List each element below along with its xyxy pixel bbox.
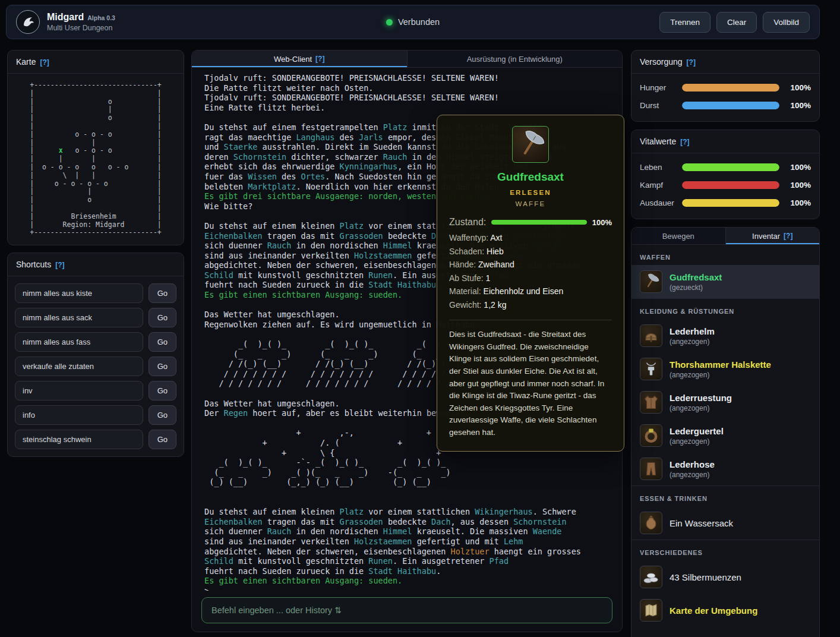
terminal-line: Es gibt einen sichtbaren Ausgang: sueden… [204,576,610,586]
stat-value: 100% [786,83,811,92]
map-panel: Karte [?] +-----------------------------… [7,50,184,245]
client-help-badge[interactable]: [?] [315,55,324,63]
tooltip-stat-label: Waffentyp: [449,233,490,242]
tooltip-rarity: ERLESEN [449,189,612,196]
shortcut-go-button[interactable]: Go [149,283,176,303]
stat-value: 100% [786,198,811,207]
inventory-section-header: WAFFEN [631,245,819,265]
inventory-item-sub: (angezogen) [670,371,771,379]
inventory-section-header: ESSEN & TRINKEN [631,486,819,506]
tooltip-stat-value: 1,2 kg [484,300,506,310]
map-line: | Briesenheim | [30,213,162,221]
inventory-item-text: Lederruestung(angezogen) [670,393,732,412]
versorgung-rows: Hunger100%Durst100% [631,74,819,121]
inventory-item-name: 43 Silbermuenzen [670,572,741,582]
map-line: | x o - o - o | [30,147,162,155]
vitalwerte-title: Vitalwerte [640,137,676,146]
tab-ausruestung[interactable]: Ausrüstung (in Entwicklung) [408,51,623,67]
inventory-item-name: Thorshammer Halskette [670,360,771,370]
shortcut-go-button[interactable]: Go [149,430,176,449]
stat-row: Durst100% [640,96,811,114]
inventory-item[interactable]: Karte der Umgebung [631,594,819,627]
inventory-item[interactable]: Ein Wassersack [631,506,819,540]
raven-logo-icon [16,10,40,34]
tooltip-stat: Gewicht: 1,2 kg [449,298,612,312]
map-line: | | | [30,188,162,196]
inventory-item-name: Lederruestung [670,393,732,403]
stat-label: Ausdauer [640,198,675,207]
stat-row: Ausdauer100% [640,194,811,212]
shortcut-command-input[interactable]: info [15,405,143,425]
connection-status: Verbunden [386,17,440,27]
inventory-item-name: Karte der Umgebung [670,606,757,616]
terminal-line: Du stehst auf einem kleinen Platz vor ei… [204,507,610,517]
shortcuts-panel: Shortcuts [?] nimm alles aus kisteGonimm… [7,253,184,457]
inventory-item[interactable]: Lederhelm(angezogen) [631,319,819,352]
shortcut-row: steinschlag schweinGo [15,430,176,449]
app-subtitle: Multi User Dungeon [47,24,115,32]
shortcut-command-input[interactable]: verkaufe alle zutaten [15,357,143,376]
left-column: Karte [?] +-----------------------------… [7,50,184,457]
inventory-item-text: 43 Silbermuenzen [670,572,741,582]
map-line: | o - o - o o o - o | [30,163,162,172]
map-line: | | | [30,139,162,147]
shortcut-go-button[interactable]: Go [149,405,176,425]
inventory-item-text: Gudfredsaxt(gezueckt) [670,272,722,292]
inventory-tabs: Bewegen Inventar [?] [631,228,819,245]
tab-label: Inventar [752,232,780,241]
topbar: Midgard Alpha 0.3 Multi User Dungeon Ver… [6,5,820,39]
shortcut-command-input[interactable]: nimm alles aus sack [15,308,143,327]
inventory-item-text: Karte der Umgebung [670,606,757,616]
inventory-section: KLEIDUNG & RÜSTUNGENLederhelm(angezogen)… [631,298,819,485]
shortcuts-help-badge[interactable]: [?] [55,261,64,269]
inventory-item[interactable]: 43 Silbermuenzen [631,560,819,594]
clear-button[interactable]: Clear [716,12,757,33]
fullscreen-button[interactable]: Vollbild [763,12,810,33]
versorgung-help-badge[interactable]: [?] [687,58,696,67]
terminal-line: Tjodalv ruft: SONDERANGEBOTE! PREISNACHL… [204,93,610,103]
stat-value: 100% [786,101,811,110]
vitalwerte-help-badge[interactable]: [?] [680,138,689,146]
inventory-help-badge[interactable]: [?] [784,232,792,240]
client-tabs: Web-Client [?] Ausrüstung (in Entwicklun… [192,51,622,68]
tab-inventar[interactable]: Inventar [?] [726,228,820,244]
map-line: | o - o - o - o | [30,180,162,188]
status-label: Verbunden [398,17,440,27]
tab-label: Bewegen [662,232,694,241]
stat-row: Hunger100% [640,78,811,96]
inventory-section: ESSEN & TRINKENEin Wassersack [631,485,819,540]
shortcut-command-input[interactable]: steinschlag schwein [15,430,143,449]
shortcuts-panel-header: Shortcuts [?] [8,253,184,276]
inventory-item[interactable]: Thorshammer Halskette(angezogen) [631,352,819,386]
map-line: | o | [30,196,162,204]
shortcut-go-button[interactable]: Go [149,381,176,401]
tab-bewegen[interactable]: Bewegen [631,228,726,244]
shortcut-row: nimm alles aus sackGo [15,308,176,327]
belt-icon [640,424,662,447]
inventory-section-header: VERSCHIEDENES [631,540,819,560]
shortcut-row: nimm alles aus kisteGo [15,283,176,303]
command-input[interactable] [201,597,612,623]
condition-bar-fill [491,220,586,225]
shortcut-go-button[interactable]: Go [149,357,176,376]
disconnect-button[interactable]: Trennen [659,12,710,33]
inventory-item[interactable]: Lederhose(angezogen) [631,452,819,485]
versorgung-title: Versorgung [640,57,683,67]
map-help-badge[interactable]: [?] [40,58,49,67]
watersack-icon [640,512,662,534]
inventory-item[interactable]: Gudfredsaxt(gezueckt) [631,265,819,298]
stat-bar-fill [682,199,779,207]
shortcut-command-input[interactable]: nimm alles aus kiste [15,283,143,303]
tab-label: Web-Client [274,55,312,64]
armor-icon [640,391,662,414]
inventory-item[interactable]: Lederruestung(angezogen) [631,386,819,419]
tab-web-client[interactable]: Web-Client [?] [192,51,408,67]
shortcut-go-button[interactable]: Go [149,308,176,327]
inventory-item[interactable]: Lederguertel(angezogen) [631,419,819,452]
shortcut-row: invGo [15,381,176,401]
axe-image [512,126,549,163]
shortcut-command-input[interactable]: nimm alles aus fass [15,332,143,352]
shortcut-go-button[interactable]: Go [149,332,176,352]
inventory-item-sub: (angezogen) [670,404,732,412]
shortcut-command-input[interactable]: inv [15,381,143,401]
